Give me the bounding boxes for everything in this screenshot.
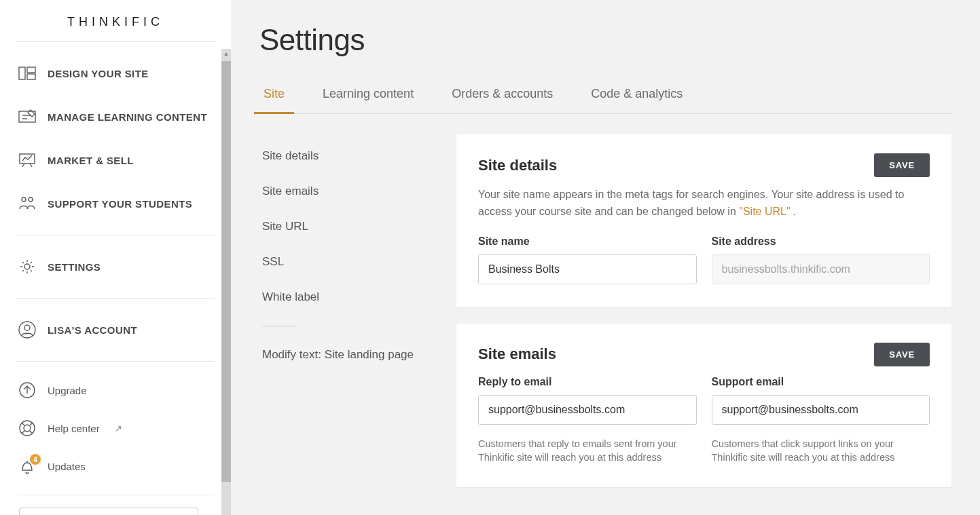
save-site-emails-button[interactable]: SAVE bbox=[874, 343, 930, 366]
card-title-site-details: Site details bbox=[478, 157, 557, 174]
external-link-icon: ↗ bbox=[115, 423, 122, 434]
svg-point-7 bbox=[24, 264, 30, 269]
card-site-emails: Site emails SAVE Reply to email Customer… bbox=[456, 324, 951, 488]
settings-subnav: Site details Site emails Site URL SSL Wh… bbox=[259, 134, 429, 373]
svg-rect-1 bbox=[27, 67, 35, 73]
layout-icon bbox=[18, 64, 37, 83]
nav-manage-learning-content[interactable]: MANAGE LEARNING CONTENT bbox=[0, 95, 231, 138]
tab-learning-content[interactable]: Learning content bbox=[321, 81, 415, 113]
subnav-site-url[interactable]: Site URL bbox=[259, 209, 429, 244]
user-circle-icon bbox=[18, 320, 37, 339]
nav-market-and-sell[interactable]: MARKET & SELL bbox=[0, 138, 231, 182]
updates-badge: 4 bbox=[30, 454, 41, 465]
bell-icon: 4 bbox=[18, 457, 37, 476]
save-site-details-button[interactable]: SAVE bbox=[874, 153, 930, 177]
svg-point-5 bbox=[22, 197, 26, 202]
site-name-input[interactable] bbox=[478, 254, 697, 284]
support-email-input[interactable] bbox=[712, 395, 930, 425]
tab-orders-accounts[interactable]: Orders & accounts bbox=[450, 81, 554, 113]
nav-account[interactable]: LISA'S ACCOUNT bbox=[0, 308, 231, 351]
presentation-chart-icon bbox=[18, 151, 37, 170]
arrow-up-circle-icon bbox=[18, 381, 37, 400]
site-url-link[interactable]: "Site URL" bbox=[739, 206, 790, 217]
scrollbar-thumb[interactable] bbox=[221, 61, 231, 482]
support-email-help: Customers that click support links on yo… bbox=[712, 437, 922, 465]
site-details-description: Your site name appears in the meta tags … bbox=[478, 187, 930, 221]
nav-upgrade[interactable]: Upgrade bbox=[0, 371, 231, 409]
card-title-site-emails: Site emails bbox=[478, 345, 556, 363]
subnav-modify-text[interactable]: Modify text: Site landing page bbox=[259, 337, 429, 373]
reply-to-email-help: Customers that reply to emails sent from… bbox=[478, 437, 689, 465]
page-title: Settings bbox=[259, 23, 951, 57]
site-address-input bbox=[712, 254, 930, 284]
tab-code-analytics[interactable]: Code & analytics bbox=[589, 81, 684, 113]
svg-point-6 bbox=[29, 197, 33, 202]
site-address-label: Site address bbox=[712, 235, 930, 248]
support-email-label: Support email bbox=[712, 376, 930, 388]
users-icon bbox=[18, 194, 37, 213]
card-site-details: Site details SAVE Your site name appears… bbox=[456, 134, 951, 307]
pencil-square-icon bbox=[18, 107, 37, 126]
svg-rect-0 bbox=[19, 67, 25, 79]
lifebuoy-icon bbox=[18, 419, 37, 438]
svg-rect-3 bbox=[19, 111, 35, 122]
subnav-ssl[interactable]: SSL bbox=[259, 244, 429, 280]
svg-point-12 bbox=[24, 425, 31, 432]
svg-rect-2 bbox=[27, 74, 35, 79]
nav-support-your-students[interactable]: SUPPORT YOUR STUDENTS bbox=[0, 182, 231, 225]
nav-settings[interactable]: SETTINGS bbox=[0, 245, 231, 288]
nav-design-your-site[interactable]: DESIGN YOUR SITE bbox=[0, 52, 231, 95]
svg-point-9 bbox=[24, 325, 30, 330]
tab-site[interactable]: Site bbox=[262, 81, 286, 113]
subnav-site-emails[interactable]: Site emails bbox=[259, 174, 429, 209]
sidebar: THINKIFIC DESIGN YOUR SITE bbox=[0, 0, 231, 515]
nav-help-center[interactable]: Help center ↗ bbox=[0, 409, 231, 447]
site-name-label: Site name bbox=[478, 235, 697, 248]
settings-tabs: Site Learning content Orders & accounts … bbox=[259, 81, 951, 114]
logo: THINKIFIC bbox=[0, 0, 231, 41]
become-partner-button[interactable]: BECOME A PARTNER ↗ bbox=[19, 508, 198, 515]
reply-to-email-label: Reply to email bbox=[478, 376, 697, 388]
gear-icon bbox=[18, 257, 37, 276]
reply-to-email-input[interactable] bbox=[478, 395, 697, 425]
subnav-white-label[interactable]: White label bbox=[259, 280, 429, 315]
subnav-site-details[interactable]: Site details bbox=[259, 138, 429, 174]
main-content: Settings Site Learning content Orders & … bbox=[231, 0, 980, 515]
scrollbar-up-arrow[interactable]: ▲ bbox=[221, 49, 231, 58]
nav-updates[interactable]: 4 Updates bbox=[0, 447, 231, 485]
